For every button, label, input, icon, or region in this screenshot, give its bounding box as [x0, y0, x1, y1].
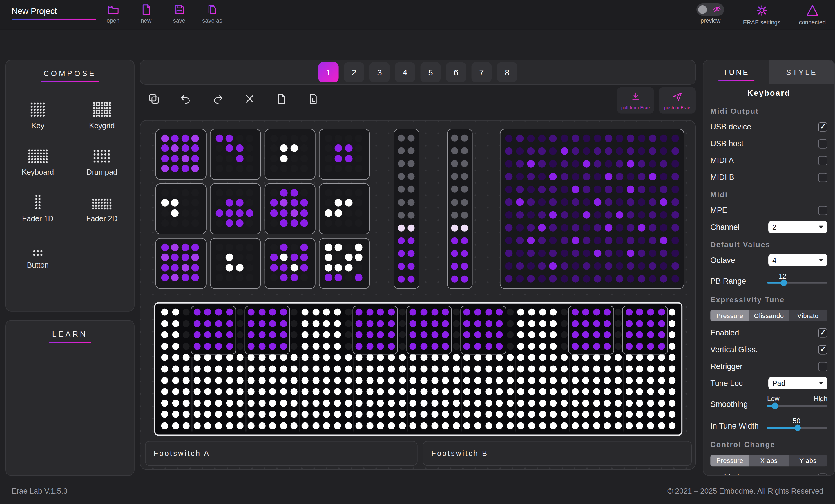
led-dot	[528, 366, 535, 372]
tab-style[interactable]: STYLE	[769, 60, 834, 84]
black-key-cluster[interactable]	[352, 305, 398, 354]
checkbox-midi-b[interactable]	[818, 173, 828, 182]
checkbox-vertical-gliss[interactable]	[818, 345, 828, 354]
led-dot	[226, 274, 233, 281]
pad-cell-9[interactable]	[156, 238, 206, 289]
select-channel[interactable]: 2	[768, 221, 828, 233]
black-key-cluster[interactable]	[461, 305, 506, 354]
pull-from-erae-button[interactable]: pull from Erae	[617, 87, 654, 114]
erae-settings-button[interactable]: ERAE settings	[743, 3, 780, 25]
page-tab-2[interactable]: 2	[344, 62, 364, 82]
compose-item-keygrid[interactable]: Keygrid	[89, 95, 115, 130]
checkbox-enabled[interactable]	[818, 473, 828, 476]
checkbox-retrigger[interactable]	[818, 362, 828, 371]
segment-option-y-abs[interactable]: Y abs	[788, 455, 828, 466]
compose-item-fader-1d[interactable]: Fader 1D	[22, 188, 53, 223]
page-tab-7[interactable]: 7	[471, 62, 492, 82]
led-dot	[291, 422, 298, 429]
tab-tune[interactable]: TUNE	[703, 60, 769, 84]
page-tab-6[interactable]: 6	[446, 62, 466, 82]
undo-button[interactable]	[174, 88, 197, 112]
led-dot	[408, 250, 415, 257]
new-button[interactable]: new	[133, 3, 160, 24]
connection-status[interactable]: connected	[799, 3, 826, 25]
footswitch-b[interactable]: Footswitch B	[423, 441, 692, 466]
checkbox-usb-host[interactable]	[818, 139, 828, 148]
delete-button[interactable]	[238, 88, 261, 112]
pad-cell-6[interactable]	[210, 183, 261, 235]
page-tab-1[interactable]: 1	[319, 62, 339, 82]
segment-option-x-abs[interactable]: X abs	[750, 455, 789, 466]
preview-toggle[interactable]	[697, 3, 725, 16]
pad-cell-2[interactable]	[210, 129, 261, 180]
push-to-erae-button[interactable]: push to Erae	[659, 87, 696, 114]
select-octave[interactable]: 4	[768, 254, 828, 266]
led-dot	[464, 388, 470, 395]
led-dot	[246, 274, 253, 281]
led-dot	[280, 135, 288, 142]
checkbox-midi-a[interactable]	[818, 156, 828, 165]
black-key-cluster[interactable]	[244, 305, 290, 354]
layout-canvas[interactable]: Footswitch A Footswitch B	[140, 120, 696, 470]
open-button[interactable]: open	[100, 3, 126, 24]
led-dot	[549, 249, 557, 257]
pad-cell-10[interactable]	[210, 238, 261, 289]
pad-cell-11[interactable]	[265, 238, 315, 289]
slider-thumb[interactable]	[794, 424, 800, 431]
checkbox-mpe[interactable]	[818, 206, 828, 215]
keygrid-pad[interactable]	[500, 129, 684, 289]
save-as-button[interactable]: save as	[199, 3, 226, 24]
black-key-cluster[interactable]	[568, 305, 614, 354]
preview-control[interactable]: preview	[697, 3, 725, 24]
copy-page-button[interactable]	[270, 88, 293, 112]
slider-in-tune-width[interactable]: 50	[767, 418, 828, 433]
redo-button[interactable]	[206, 88, 229, 112]
led-dot	[408, 173, 415, 180]
segment-option-pressure[interactable]: Pressure	[710, 455, 750, 466]
page-tab-4[interactable]: 4	[395, 62, 415, 82]
duplicate-button[interactable]	[142, 88, 165, 112]
fader-strip-1[interactable]	[394, 129, 420, 289]
slider-smoothing[interactable]: LowHigh	[767, 396, 828, 411]
page-tab-8[interactable]: 8	[497, 62, 517, 82]
led-dot	[161, 377, 168, 384]
app-version: Erae Lab V.1.5.3	[12, 486, 67, 495]
compose-item-drumpad[interactable]: Drumpad	[86, 142, 118, 176]
page-tab-3[interactable]: 3	[369, 62, 390, 82]
compose-item-keyboard[interactable]: Keyboard	[22, 142, 54, 176]
compose-item-key[interactable]: Key	[30, 95, 45, 130]
fader-strip-2[interactable]	[447, 129, 472, 289]
key-separator	[353, 357, 354, 432]
black-key-cluster[interactable]	[190, 305, 236, 354]
pad-cell-1[interactable]	[156, 129, 206, 180]
checkbox-usb-device[interactable]	[818, 122, 828, 132]
black-key-cluster[interactable]	[406, 305, 452, 354]
segment-option-pressure[interactable]: Pressure	[710, 310, 750, 322]
black-key-cluster[interactable]	[623, 305, 668, 354]
pad-cell-4[interactable]	[319, 129, 370, 180]
compose-item-fader-2d[interactable]: Fader 2D	[86, 188, 118, 223]
footswitch-a[interactable]: Footswitch A	[145, 441, 418, 466]
save-button[interactable]: save	[166, 3, 192, 24]
pad-cell-5[interactable]	[156, 183, 206, 235]
pad-cell-7[interactable]	[265, 183, 315, 235]
pad-cell-3[interactable]	[265, 129, 315, 180]
setting-row-retrigger: Retrigger	[710, 358, 828, 375]
led-dot	[669, 422, 675, 429]
compose-item-button[interactable]: Button	[27, 235, 49, 269]
checkbox-enabled[interactable]	[818, 328, 828, 338]
led-dot	[236, 254, 243, 261]
slider-pb-range[interactable]: 12	[767, 273, 828, 288]
paste-page-button[interactable]	[302, 88, 325, 112]
select-tune-loc[interactable]: Pad	[768, 377, 828, 389]
slider-thumb[interactable]	[780, 280, 787, 286]
segment-option-vibrato[interactable]: Vibrato	[788, 310, 828, 322]
pad-cell-12[interactable]	[319, 238, 370, 289]
led-dot	[377, 411, 384, 418]
led-dot	[291, 366, 298, 372]
keyboard-widget[interactable]	[154, 302, 683, 436]
page-tab-5[interactable]: 5	[420, 62, 441, 82]
segment-option-glissando[interactable]: Glissando	[750, 310, 789, 322]
pad-cell-8[interactable]	[319, 183, 370, 235]
slider-thumb[interactable]	[772, 403, 778, 409]
